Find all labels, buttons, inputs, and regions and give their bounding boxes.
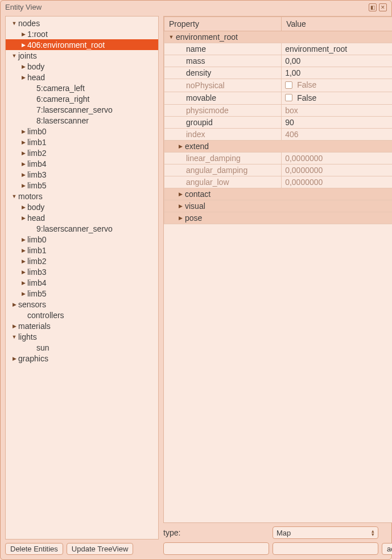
- property-value: 0,00: [285, 56, 300, 65]
- property-name: movable: [186, 93, 216, 102]
- tree-item[interactable]: ▶body: [6, 61, 158, 72]
- property-name: pose: [185, 213, 202, 223]
- chevron-down-icon[interactable]: ▼: [168, 34, 175, 40]
- chevron-right-icon[interactable]: ▶: [19, 42, 27, 48]
- chevron-down-icon[interactable]: ▼: [10, 53, 18, 59]
- tree-item[interactable]: ▶head: [6, 212, 158, 223]
- tree-item[interactable]: ▶limb5: [6, 180, 158, 191]
- tree-item[interactable]: ▶406:environment_root: [6, 39, 158, 50]
- chevron-right-icon[interactable]: ▶: [177, 191, 184, 197]
- property-row[interactable]: density1,00: [164, 67, 393, 79]
- property-row[interactable]: physicmodebox: [164, 105, 393, 117]
- tree-item[interactable]: ▶sun: [6, 342, 158, 353]
- chevron-right-icon[interactable]: ▶: [19, 161, 27, 167]
- chevron-right-icon[interactable]: ▶: [19, 31, 27, 37]
- property-row[interactable]: noPhysicalFalse: [164, 79, 393, 92]
- property-group-row[interactable]: ▶contact: [164, 188, 393, 200]
- tree-item[interactable]: ▼nodes: [6, 18, 158, 28]
- value-header[interactable]: Value: [282, 17, 392, 31]
- chevron-right-icon[interactable]: ▶: [19, 150, 27, 156]
- tree-item[interactable]: ▶6:camera_right: [6, 93, 158, 104]
- close-icon[interactable]: ✕: [379, 3, 387, 11]
- property-group-row[interactable]: ▶pose: [164, 212, 393, 224]
- tree-item[interactable]: ▶limb3: [6, 169, 158, 180]
- chevron-right-icon[interactable]: ▶: [19, 248, 27, 253]
- chevron-down-icon[interactable]: ▼: [10, 193, 18, 199]
- chevron-right-icon[interactable]: ▶: [19, 280, 27, 286]
- tree-item[interactable]: ▶controllers: [6, 310, 158, 320]
- tree-item[interactable]: ▼lights: [6, 331, 158, 342]
- chevron-down-icon[interactable]: ▼: [10, 20, 18, 26]
- tree-item-label: limb0: [27, 235, 46, 244]
- add-button[interactable]: add: [382, 543, 392, 555]
- update-treeview-button[interactable]: Update TreeView: [67, 543, 134, 555]
- tree-item[interactable]: ▶limb4: [6, 158, 158, 169]
- tree-item[interactable]: ▶limb5: [6, 288, 158, 299]
- tree-item[interactable]: ▶limb0: [6, 126, 158, 137]
- tree-item[interactable]: ▶graphics: [6, 353, 158, 364]
- property-row[interactable]: movableFalse: [164, 92, 393, 105]
- property-row[interactable]: angular_damping0,0000000: [164, 164, 393, 176]
- chevron-right-icon[interactable]: ▶: [19, 172, 27, 178]
- tree-item[interactable]: ▶limb0: [6, 234, 158, 245]
- property-group-row[interactable]: ▼environment_root: [164, 31, 393, 43]
- tree-item[interactable]: ▶limb1: [6, 245, 158, 256]
- tree-item[interactable]: ▶limb3: [6, 266, 158, 277]
- tree-item[interactable]: ▶limb4: [6, 277, 158, 288]
- property-group-row[interactable]: ▶visual: [164, 200, 393, 212]
- tree-item[interactable]: ▶limb2: [6, 147, 158, 158]
- chevron-right-icon[interactable]: ▶: [10, 302, 18, 307]
- property-row[interactable]: index406: [164, 129, 393, 141]
- tree-item[interactable]: ▶limb1: [6, 137, 158, 147]
- chevron-right-icon[interactable]: ▶: [19, 237, 27, 242]
- chevron-right-icon[interactable]: ▶: [19, 215, 27, 221]
- value-input[interactable]: [273, 542, 378, 555]
- tree-item[interactable]: ▶limb2: [6, 256, 158, 266]
- tree-item-label: 9:laserscanner_servo: [36, 224, 113, 233]
- property-name: angular_low: [186, 178, 229, 187]
- key-input[interactable]: [163, 542, 269, 555]
- chevron-right-icon[interactable]: ▶: [177, 143, 184, 149]
- detach-icon[interactable]: ◧: [369, 3, 377, 11]
- tree-item[interactable]: ▶sensors: [6, 299, 158, 310]
- tree-item[interactable]: ▶5:camera_left: [6, 83, 158, 93]
- tree-item[interactable]: ▶9:laserscanner_servo: [6, 223, 158, 234]
- delete-entities-button[interactable]: Delete Entities: [5, 543, 63, 555]
- property-header[interactable]: Property: [164, 17, 282, 31]
- chevron-right-icon[interactable]: ▶: [19, 258, 27, 264]
- tree-item[interactable]: ▶head: [6, 72, 158, 83]
- chevron-right-icon[interactable]: ▶: [19, 129, 27, 134]
- tree-item[interactable]: ▶8:laserscanner: [6, 115, 158, 126]
- tree-item[interactable]: ▶1:root: [6, 28, 158, 39]
- property-name: linear_damping: [186, 154, 241, 163]
- tree-item[interactable]: ▶body: [6, 201, 158, 212]
- entity-tree[interactable]: ▼nodes▶1:root▶406:environment_root▼joint…: [5, 16, 159, 540]
- chevron-right-icon[interactable]: ▶: [10, 356, 18, 361]
- property-row[interactable]: groupid90: [164, 117, 393, 129]
- tree-item[interactable]: ▶materials: [6, 320, 158, 331]
- tree-item[interactable]: ▶7:laserscanner_servo: [6, 104, 158, 115]
- chevron-right-icon[interactable]: ▶: [177, 203, 184, 209]
- type-label: type:: [163, 528, 269, 537]
- chevron-down-icon[interactable]: ▼: [10, 334, 18, 340]
- property-group-row[interactable]: ▶extend: [164, 141, 393, 153]
- tree-item-label: motors: [18, 192, 43, 201]
- chevron-right-icon[interactable]: ▶: [19, 64, 27, 69]
- tree-item[interactable]: ▼motors: [6, 191, 158, 201]
- property-row[interactable]: angular_low0,0000000: [164, 176, 393, 188]
- chevron-right-icon[interactable]: ▶: [19, 204, 27, 210]
- chevron-right-icon[interactable]: ▶: [19, 75, 27, 80]
- chevron-right-icon[interactable]: ▶: [177, 215, 184, 221]
- type-select[interactable]: Map ▴▾: [273, 526, 378, 539]
- tree-item[interactable]: ▼joints: [6, 50, 158, 61]
- chevron-right-icon[interactable]: ▶: [19, 139, 27, 145]
- property-row[interactable]: mass0,00: [164, 55, 393, 67]
- property-row[interactable]: linear_damping0,0000000: [164, 153, 393, 164]
- chevron-right-icon[interactable]: ▶: [19, 183, 27, 188]
- chevron-right-icon[interactable]: ▶: [19, 269, 27, 275]
- chevron-right-icon[interactable]: ▶: [19, 291, 27, 297]
- property-row[interactable]: nameenvironment_root: [164, 43, 393, 55]
- chevron-right-icon[interactable]: ▶: [10, 323, 18, 329]
- tree-item-label: controllers: [27, 311, 64, 320]
- checkbox[interactable]: [285, 94, 292, 101]
